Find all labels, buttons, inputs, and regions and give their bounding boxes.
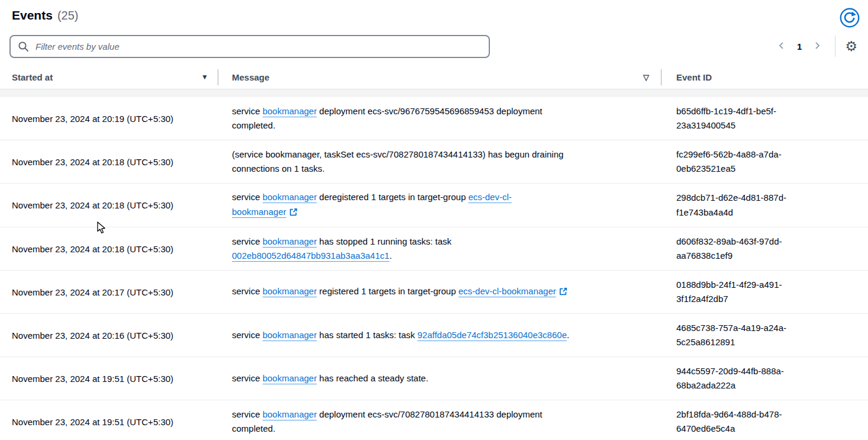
message-link[interactable]: bookmanager	[263, 286, 317, 296]
message-text: service bookmanager has reached a steady…	[232, 371, 641, 386]
message-text: service bookmanager deployment ecs-svc/7…	[232, 407, 641, 436]
sort-descending-icon[interactable]: ▼	[201, 73, 208, 81]
message-text-segment: has stopped 1 running tasks: task	[317, 236, 451, 246]
external-link-icon	[289, 206, 298, 221]
message-text: service bookmanager deployment ecs-svc/9…	[232, 104, 641, 133]
message-link[interactable]: 002eb80052d64847bb931ab3aa3a41c1	[232, 250, 389, 261]
column-header-message[interactable]: Message ▽	[218, 65, 661, 89]
next-page-button[interactable]	[808, 38, 827, 54]
toolbar-divider	[835, 36, 835, 57]
search-icon	[18, 41, 29, 54]
message-text: service bookmanager deregistered 1 targe…	[232, 190, 641, 220]
message-text-segment: .	[389, 250, 392, 261]
event-id-cell: 0188d9bb-24f1-4f29-a491-3f1f2a4f2db7	[661, 278, 868, 307]
message-text: service bookmanager has started 1 tasks:…	[232, 328, 641, 343]
message-link[interactable]: ecs-dev-cl-bookmanager	[459, 286, 567, 296]
event-id-value: 4685c738-757a-4a19-a24a-5c25a8612891	[676, 321, 819, 350]
started-at-cell: November 23, 2024 at 20:18 (UTC+5:30)	[0, 200, 218, 210]
previous-page-button[interactable]	[772, 38, 791, 54]
gear-icon: ⚙	[845, 38, 857, 54]
message-cell: service bookmanager has started 1 tasks:…	[218, 322, 661, 349]
current-page-number: 1	[797, 41, 802, 52]
filter-events-input[interactable]	[9, 35, 490, 58]
message-text-segment: service	[232, 409, 263, 419]
message-link[interactable]: bookmanager	[263, 236, 317, 246]
message-link[interactable]: bookmanager	[263, 192, 317, 202]
started-at-cell: November 23, 2024 at 20:18 (UTC+5:30)	[0, 244, 218, 254]
started-at-cell: November 23, 2024 at 20:16 (UTC+5:30)	[0, 330, 218, 341]
message-text-segment: registered 1 targets in target-group	[317, 286, 458, 296]
message-text: (service bookmanager, taskSet ecs-svc/70…	[232, 147, 641, 176]
column-divider	[661, 69, 662, 85]
partially-scrolled-row	[0, 89, 868, 97]
started-at-cell: November 23, 2024 at 20:19 (UTC+5:30)	[0, 114, 218, 124]
message-link[interactable]: bookmanager	[263, 409, 317, 419]
refresh-button[interactable]	[840, 8, 860, 28]
table-row: November 23, 2024 at 19:51 (UTC+5:30)ser…	[0, 400, 868, 440]
table-row: November 23, 2024 at 20:16 (UTC+5:30)ser…	[0, 314, 868, 357]
event-id-value: fc299ef6-562b-4a88-a7da-0eb623521ea5	[676, 147, 819, 176]
table-row: November 23, 2024 at 20:18 (UTC+5:30)ser…	[0, 184, 868, 227]
message-text-segment: has started 1 tasks: task	[317, 330, 417, 340]
message-link[interactable]: bookmanager	[263, 106, 317, 116]
event-id-cell: 298dcb71-d62e-4d81-887d-f1e743ba4a4d	[661, 191, 868, 220]
message-link[interactable]: 92affda05de74cf3b25136040e3c860e	[418, 330, 567, 340]
event-id-cell: 944c5597-20d9-44fb-888a-68ba2ada222a	[661, 364, 868, 393]
message-text-segment: service	[232, 330, 263, 340]
chevron-right-icon	[812, 41, 822, 52]
event-id-cell: d606f832-89ab-463f-97dd-aa76838c1ef9	[661, 235, 868, 264]
message-text-segment: (service bookmanager, taskSet ecs-svc/70…	[232, 149, 563, 174]
pagination: 1 ⚙	[772, 36, 861, 57]
event-id-value: 0188d9bb-24f1-4f29-a491-3f1f2a4f2db7	[676, 278, 819, 307]
message-text-segment: service	[232, 106, 263, 116]
column-label-message: Message	[232, 72, 269, 82]
started-at-cell: November 23, 2024 at 19:51 (UTC+5:30)	[0, 374, 218, 384]
filter-box	[9, 35, 490, 58]
events-table: Started at ▼ Message ▽ Event ID November…	[0, 65, 868, 440]
table-body: November 23, 2024 at 20:19 (UTC+5:30)ser…	[0, 97, 868, 440]
started-at-cell: November 23, 2024 at 20:18 (UTC+5:30)	[0, 157, 218, 167]
started-at-cell: November 23, 2024 at 19:51 (UTC+5:30)	[0, 417, 218, 427]
event-id-value: b65d6ffb-1c19-4df1-be5f-23a319400545	[676, 104, 819, 133]
message-text-segment: deregistered 1 targets in target-group	[317, 192, 468, 202]
page-title-wrap: Events (25)	[12, 8, 859, 23]
message-link[interactable]: bookmanager	[263, 330, 317, 340]
column-label-started-at: Started at	[12, 72, 53, 82]
message-text: service bookmanager registered 1 targets…	[232, 284, 641, 300]
message-text-segment: has reached a steady state.	[317, 373, 428, 383]
sort-available-icon[interactable]: ▽	[643, 73, 649, 82]
message-cell: service bookmanager deployment ecs-svc/9…	[218, 98, 661, 140]
message-cell: service bookmanager deployment ecs-svc/7…	[218, 401, 661, 440]
event-id-value: 2bf18fda-9d64-488d-b478-6470ed6e5c4a	[676, 407, 819, 436]
started-at-cell: November 23, 2024 at 20:17 (UTC+5:30)	[0, 287, 218, 297]
message-text-segment: service	[232, 286, 263, 296]
message-cell: service bookmanager registered 1 targets…	[218, 278, 661, 307]
table-header-row: Started at ▼ Message ▽ Event ID	[0, 65, 868, 89]
event-id-value: d606f832-89ab-463f-97dd-aa76838c1ef9	[676, 235, 819, 264]
column-header-started-at[interactable]: Started at ▼	[0, 65, 218, 89]
table-row: November 23, 2024 at 20:17 (UTC+5:30)ser…	[0, 271, 868, 314]
message-text-segment: service	[232, 192, 263, 202]
table-row: November 23, 2024 at 20:18 (UTC+5:30)(se…	[0, 140, 868, 184]
column-label-event-id: Event ID	[676, 72, 712, 82]
event-id-cell: b65d6ffb-1c19-4df1-be5f-23a319400545	[661, 104, 868, 133]
column-divider	[218, 69, 218, 85]
message-cell: service bookmanager deregistered 1 targe…	[218, 184, 661, 227]
settings-button[interactable]: ⚙	[841, 38, 861, 54]
table-row: November 23, 2024 at 19:51 (UTC+5:30)ser…	[0, 357, 868, 400]
message-text-segment: service	[232, 373, 263, 383]
table-row: November 23, 2024 at 20:18 (UTC+5:30)ser…	[0, 227, 868, 271]
event-id-value: 298dcb71-d62e-4d81-887d-f1e743ba4a4d	[676, 191, 819, 220]
event-id-value: 944c5597-20d9-44fb-888a-68ba2ada222a	[676, 364, 819, 393]
toolbar: 1 ⚙	[9, 34, 861, 58]
table-row: November 23, 2024 at 20:19 (UTC+5:30)ser…	[0, 97, 868, 140]
message-cell: service bookmanager has stopped 1 runnin…	[218, 228, 661, 270]
message-text: service bookmanager has stopped 1 runnin…	[232, 235, 641, 264]
event-id-cell: 2bf18fda-9d64-488d-b478-6470ed6e5c4a	[661, 407, 868, 436]
column-header-event-id[interactable]: Event ID	[661, 65, 868, 89]
table-header-bar: Events (25)	[0, 0, 868, 30]
message-text-segment: .	[567, 330, 569, 340]
message-text-segment: service	[232, 236, 263, 246]
message-link[interactable]: bookmanager	[263, 373, 317, 383]
events-count-badge: (25)	[57, 9, 79, 23]
